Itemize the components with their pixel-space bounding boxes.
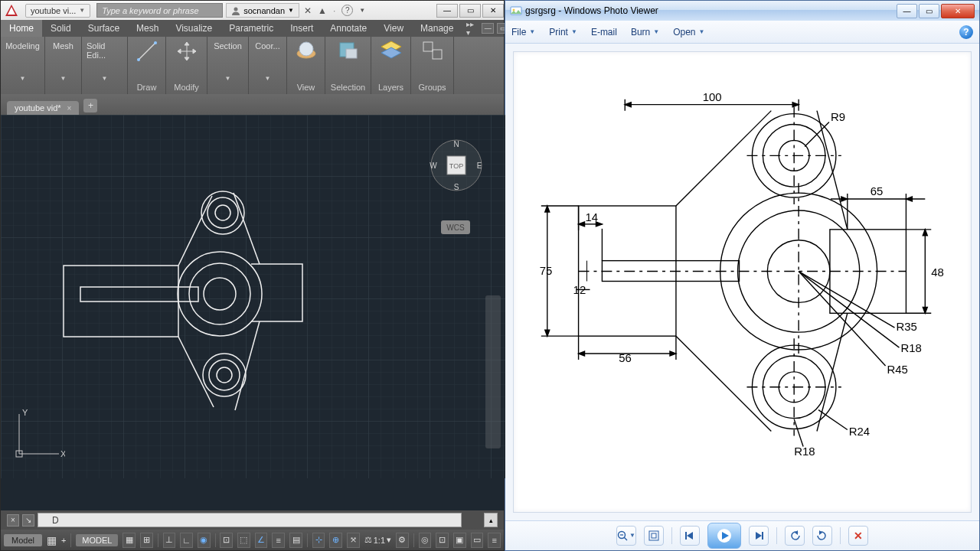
new-tab-button[interactable]: + bbox=[83, 99, 97, 112]
tab-surface[interactable]: Surface bbox=[80, 20, 128, 37]
previous-button[interactable] bbox=[680, 526, 700, 546]
model-tab[interactable]: Model bbox=[4, 534, 42, 546]
radius-r24: R24 bbox=[849, 425, 870, 438]
otrack-toggle[interactable]: ∠ bbox=[255, 533, 268, 548]
zoom-control[interactable]: ▼ bbox=[616, 526, 636, 546]
command-input[interactable] bbox=[38, 513, 462, 527]
panel-label: Solid Edi... bbox=[87, 41, 122, 60]
tab-visualize[interactable]: Visualize bbox=[167, 20, 220, 37]
panel-draw[interactable]: Draw bbox=[128, 37, 166, 94]
delete-button[interactable]: ✕ bbox=[848, 526, 868, 546]
tab-overflow-icon[interactable]: ▸▸ ▾ bbox=[466, 20, 479, 37]
clean-screen[interactable]: ▭ bbox=[471, 533, 484, 548]
tab-parametric[interactable]: Parametric bbox=[220, 20, 282, 37]
panel-groups[interactable]: Groups bbox=[411, 37, 454, 94]
annotation-monitor[interactable]: ◎ bbox=[419, 533, 432, 548]
3dosnap-toggle[interactable]: ⬚ bbox=[237, 533, 250, 548]
dim-75: 75 bbox=[540, 263, 553, 276]
lineweight-toggle[interactable]: ≡ bbox=[272, 533, 285, 548]
wcs-badge[interactable]: WCS bbox=[441, 220, 470, 234]
panel-mesh[interactable]: Mesh▼ bbox=[45, 37, 82, 94]
menu-burn[interactable]: Burn▼ bbox=[631, 27, 659, 37]
viewcube[interactable]: TOP N S W E bbox=[427, 136, 485, 194]
anno-scale[interactable]: ⚖ 1:1 ▾ bbox=[364, 535, 391, 545]
minimize-button[interactable]: — bbox=[436, 4, 458, 18]
viewcube-top[interactable]: TOP bbox=[449, 162, 463, 170]
chevron-down-icon[interactable]: ▼ bbox=[79, 7, 85, 14]
panel-section[interactable]: Section▼ bbox=[207, 37, 249, 94]
polar-toggle[interactable]: ◉ bbox=[198, 533, 211, 548]
panel-modify[interactable]: Modify bbox=[166, 37, 207, 94]
ortho-toggle[interactable]: ∟ bbox=[180, 533, 193, 548]
cmd-recent-icon[interactable]: ↘ bbox=[22, 514, 34, 527]
search-input[interactable]: Type a keyword or phrase bbox=[96, 3, 223, 18]
tab-mesh[interactable]: Mesh bbox=[128, 20, 167, 37]
panel-overflow[interactable] bbox=[454, 37, 463, 94]
svg-marker-74 bbox=[670, 351, 676, 356]
maximize-button[interactable]: ▭ bbox=[919, 4, 939, 18]
a360-icon[interactable]: ▲ bbox=[318, 5, 327, 16]
panel-modeling[interactable]: Modeling▼ bbox=[1, 37, 45, 94]
menu-open[interactable]: Open▼ bbox=[673, 27, 704, 37]
tab-insert[interactable]: Insert bbox=[282, 20, 322, 37]
pv-title: gsrgsrg - Windows Photo Viewer bbox=[525, 5, 658, 16]
minimize-button[interactable]: — bbox=[897, 4, 917, 18]
close-button[interactable]: ✕ bbox=[941, 4, 975, 18]
close-icon[interactable]: × bbox=[67, 104, 72, 112]
hardware-accel[interactable]: ⊡ bbox=[436, 533, 449, 548]
photo-viewer-icon bbox=[510, 5, 522, 17]
user-icon bbox=[231, 6, 240, 15]
gizmo-toggle[interactable]: ⤧ bbox=[347, 533, 360, 548]
workspace-switch[interactable]: ⚙ bbox=[396, 533, 409, 548]
doc-tab[interactable]: youtube vid* × bbox=[7, 101, 79, 115]
tab-view[interactable]: View bbox=[375, 20, 412, 37]
fit-window-icon[interactable] bbox=[644, 526, 664, 546]
snap-toggle[interactable]: ⊞ bbox=[140, 533, 153, 548]
help-icon[interactable]: ? bbox=[341, 5, 353, 16]
qat-doc-tab[interactable]: youtube vi... ▼ bbox=[25, 4, 90, 18]
chevron-down-icon: ▼ bbox=[359, 7, 365, 14]
panel-solid-editing[interactable]: Solid Edi...▼ bbox=[82, 37, 128, 94]
panel-layers[interactable]: Layers bbox=[371, 37, 411, 94]
tab-manage[interactable]: Manage bbox=[412, 20, 462, 37]
signin-user[interactable]: socnandan ▼ bbox=[226, 3, 299, 18]
close-button[interactable]: ✕ bbox=[482, 4, 504, 18]
dynamic-input[interactable]: ⊹ bbox=[312, 533, 325, 548]
rotate-cw-button[interactable] bbox=[812, 526, 832, 546]
rotate-ccw-button[interactable] bbox=[785, 526, 805, 546]
exchange-icon[interactable]: ✕ bbox=[304, 5, 312, 16]
maximize-button[interactable]: ▭ bbox=[459, 4, 481, 18]
navigation-bar[interactable] bbox=[485, 295, 501, 448]
layout-quick-icon[interactable]: ▦ bbox=[47, 534, 57, 546]
panel-view[interactable]: View bbox=[287, 37, 325, 94]
zoom-out-icon[interactable]: ▼ bbox=[616, 526, 636, 546]
next-button[interactable] bbox=[749, 526, 769, 546]
cmd-close-icon[interactable]: × bbox=[7, 514, 19, 527]
menu-print[interactable]: Print▼ bbox=[549, 27, 577, 37]
cmd-history-button[interactable]: ▴ bbox=[484, 513, 498, 527]
tab-solid[interactable]: Solid bbox=[42, 20, 80, 37]
svg-marker-68 bbox=[545, 206, 550, 212]
layout-add-icon[interactable]: + bbox=[61, 536, 66, 545]
tab-annotate[interactable]: Annotate bbox=[322, 20, 375, 37]
radius-r18b: R18 bbox=[794, 445, 815, 458]
transparency-toggle[interactable]: ▤ bbox=[289, 533, 302, 548]
infer-constraints[interactable]: ⊥ bbox=[163, 533, 176, 548]
acad-viewport[interactable]: [–][Top][2D Wireframe] — ▭ × bbox=[1, 115, 504, 510]
help-icon[interactable]: ? bbox=[959, 25, 973, 39]
slideshow-button[interactable] bbox=[707, 523, 741, 549]
isolate-objects[interactable]: ▣ bbox=[453, 533, 466, 548]
menu-email[interactable]: E-mail bbox=[591, 27, 617, 37]
osnap-toggle[interactable]: ⊡ bbox=[220, 533, 233, 548]
selection-cycling[interactable]: ⊕ bbox=[329, 533, 342, 548]
panel-selection[interactable]: Selection bbox=[325, 37, 371, 94]
tab-home[interactable]: Home bbox=[1, 20, 42, 37]
grid-toggle[interactable]: ▦ bbox=[122, 533, 136, 548]
mdi-minimize[interactable]: — bbox=[482, 23, 494, 34]
customization[interactable]: ≡ bbox=[488, 533, 501, 548]
menu-file[interactable]: File▼ bbox=[511, 27, 535, 37]
autocad-logo-icon[interactable] bbox=[1, 1, 22, 20]
modelspace-label[interactable]: MODEL bbox=[76, 534, 118, 546]
panel-coordinates[interactable]: Coor...▼ bbox=[249, 37, 287, 94]
svg-point-6 bbox=[299, 42, 313, 56]
